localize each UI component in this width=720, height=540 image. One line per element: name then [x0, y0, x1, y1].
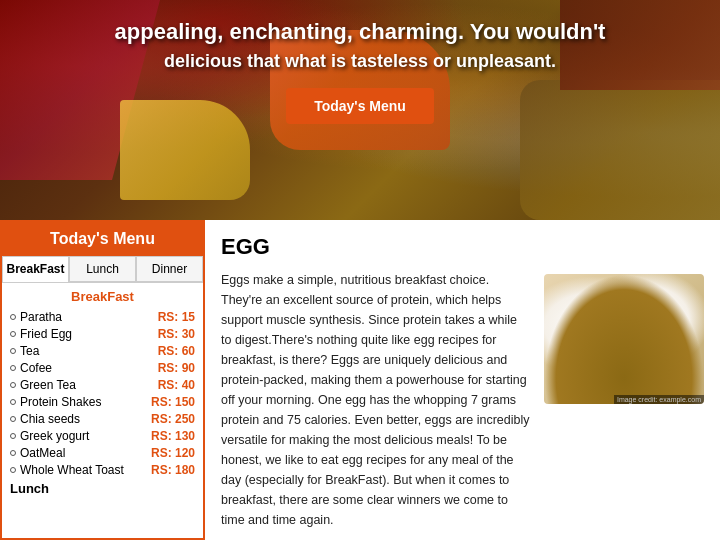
list-item: Chia seeds RS: 250 [10, 412, 195, 426]
content-layout: Eggs make a simple, nutritious breakfast… [221, 270, 704, 540]
tab-breakfast[interactable]: BreakFast [2, 256, 69, 282]
hero-title: appealing, enchanting, charming. You wou… [115, 18, 606, 47]
item-label: Paratha [20, 310, 62, 324]
bullet-icon [10, 365, 16, 371]
bullet-icon [10, 433, 16, 439]
bullet-icon [10, 348, 16, 354]
sidebar-tabs: BreakFast Lunch Dinner [2, 256, 203, 283]
lunch-section-label: Lunch [10, 481, 195, 496]
bullet-icon [10, 399, 16, 405]
egg-image: Image credit: example.com [544, 274, 704, 404]
item-price: RS: 90 [158, 361, 195, 375]
breakfast-section-title: BreakFast [10, 289, 195, 304]
sidebar: Today's Menu BreakFast Lunch Dinner Brea… [0, 220, 205, 540]
hero-section: appealing, enchanting, charming. You wou… [0, 0, 720, 220]
item-label: OatMeal [20, 446, 65, 460]
list-item: Paratha RS: 15 [10, 310, 195, 324]
sidebar-header: Today's Menu [2, 222, 203, 256]
item-label: Tea [20, 344, 39, 358]
list-item: Tea RS: 60 [10, 344, 195, 358]
item-price: RS: 150 [151, 395, 195, 409]
list-item: Greek yogurt RS: 130 [10, 429, 195, 443]
item-price: RS: 180 [151, 463, 195, 477]
bullet-icon [10, 314, 16, 320]
item-label: Whole Wheat Toast [20, 463, 124, 477]
item-label: Greek yogurt [20, 429, 89, 443]
item-price: RS: 60 [158, 344, 195, 358]
menu-item-name: Fried Egg [10, 327, 72, 341]
menu-item-name: Green Tea [10, 378, 76, 392]
item-price: RS: 120 [151, 446, 195, 460]
item-price: RS: 30 [158, 327, 195, 341]
content-description: Eggs make a simple, nutritious breakfast… [221, 270, 530, 540]
main-content: Today's Menu BreakFast Lunch Dinner Brea… [0, 220, 720, 540]
item-price: RS: 130 [151, 429, 195, 443]
menu-item-name: Chia seeds [10, 412, 80, 426]
hero-text-overlay: appealing, enchanting, charming. You wou… [0, 0, 720, 220]
bullet-icon [10, 450, 16, 456]
menu-item-name: OatMeal [10, 446, 65, 460]
tab-dinner[interactable]: Dinner [136, 256, 203, 282]
list-item: Protein Shakes RS: 150 [10, 395, 195, 409]
list-item: OatMeal RS: 120 [10, 446, 195, 460]
item-price: RS: 40 [158, 378, 195, 392]
bullet-icon [10, 416, 16, 422]
hero-subtitle: delicious that what is tasteless or unpl… [164, 51, 556, 72]
item-price: RS: 15 [158, 310, 195, 324]
menu-item-name: Greek yogurt [10, 429, 89, 443]
content-area: EGG Eggs make a simple, nutritious break… [205, 220, 720, 540]
tab-lunch[interactable]: Lunch [69, 256, 136, 282]
egg-plate-visual [544, 274, 704, 404]
list-item: Fried Egg RS: 30 [10, 327, 195, 341]
menu-item-name: Protein Shakes [10, 395, 101, 409]
list-item: Cofee RS: 90 [10, 361, 195, 375]
item-label: Cofee [20, 361, 52, 375]
image-caption: Image credit: example.com [614, 395, 704, 404]
item-label: Protein Shakes [20, 395, 101, 409]
list-item: Whole Wheat Toast RS: 180 [10, 463, 195, 477]
menu-item-name: Tea [10, 344, 39, 358]
menu-item-name: Cofee [10, 361, 52, 375]
bullet-icon [10, 382, 16, 388]
content-title: EGG [221, 234, 704, 260]
menu-item-name: Paratha [10, 310, 62, 324]
menu-item-name: Whole Wheat Toast [10, 463, 124, 477]
item-label: Fried Egg [20, 327, 72, 341]
list-item: Green Tea RS: 40 [10, 378, 195, 392]
item-label: Chia seeds [20, 412, 80, 426]
sidebar-body: BreakFast Paratha RS: 15 Fried Egg RS: 3… [2, 283, 203, 538]
content-paragraph: Eggs make a simple, nutritious breakfast… [221, 270, 530, 530]
item-label: Green Tea [20, 378, 76, 392]
hero-menu-button[interactable]: Today's Menu [286, 88, 434, 124]
item-price: RS: 250 [151, 412, 195, 426]
bullet-icon [10, 331, 16, 337]
bullet-icon [10, 467, 16, 473]
